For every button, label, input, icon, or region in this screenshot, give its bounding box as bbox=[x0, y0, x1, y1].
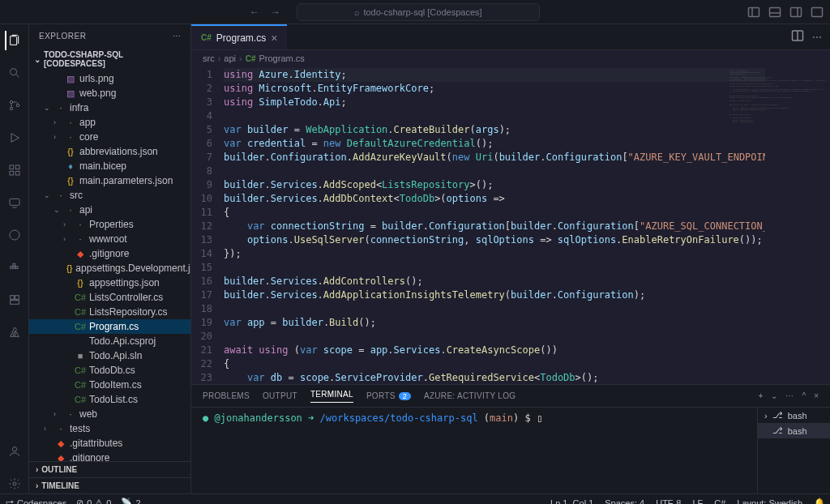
svg-rect-26 bbox=[10, 301, 19, 305]
file-item[interactable]: ■Todo.Api.sln bbox=[29, 348, 190, 363]
forward-arrow-icon[interactable]: → bbox=[271, 6, 280, 18]
file-item[interactable]: C#ListsRepository.cs bbox=[29, 305, 190, 319]
outline-section[interactable]: ›OUTLINE bbox=[29, 461, 190, 477]
folder-icon: · bbox=[55, 190, 66, 200]
notifications-icon[interactable]: 🔔 bbox=[814, 498, 825, 504]
close-panel-icon[interactable]: × bbox=[814, 391, 819, 400]
folder-item[interactable]: ⌄·api bbox=[29, 203, 190, 217]
activity-remote-icon[interactable] bbox=[5, 193, 24, 212]
file-item[interactable]: ▨web.png bbox=[29, 86, 190, 100]
more-actions-icon[interactable]: ⋯ bbox=[812, 32, 822, 43]
status-cursor[interactable]: Ln 1, Col 1 bbox=[550, 498, 593, 504]
warning-icon: ⚠ bbox=[95, 498, 103, 504]
svg-rect-16 bbox=[15, 171, 19, 175]
chevron-right-icon: › bbox=[764, 411, 768, 421]
activity-azure-icon[interactable] bbox=[5, 322, 24, 342]
activity-github-icon[interactable] bbox=[5, 225, 24, 245]
activity-search-icon[interactable] bbox=[5, 63, 24, 83]
file-item[interactable]: {}abbreviations.json bbox=[29, 144, 190, 159]
svg-rect-14 bbox=[15, 165, 19, 169]
maximize-panel-icon[interactable]: ^ bbox=[802, 391, 806, 400]
layout-primary-icon[interactable] bbox=[747, 6, 760, 19]
file-item[interactable]: C#ListsController.cs bbox=[29, 290, 190, 305]
layout-panel-icon[interactable] bbox=[768, 6, 781, 19]
tab-output[interactable]: OUTPUT bbox=[263, 391, 297, 400]
status-problems[interactable]: ⊘0 ⚠0 bbox=[76, 498, 111, 504]
terminal-more-icon[interactable]: ⋯ bbox=[785, 391, 794, 400]
json-icon: {} bbox=[65, 176, 76, 186]
breadcrumbs[interactable]: src› api› C# Program.cs bbox=[191, 50, 830, 66]
ports-badge: 2 bbox=[399, 392, 411, 400]
activity-docker-icon[interactable] bbox=[5, 258, 24, 277]
workspace-root[interactable]: ⌄ TODO-CSHARP-SQL [CODESPACES] bbox=[29, 47, 190, 71]
terminal-dropdown-icon[interactable]: ⌄ bbox=[771, 391, 777, 400]
file-item[interactable]: C#Program.cs bbox=[29, 319, 190, 334]
status-layout[interactable]: Layout: Swedish bbox=[737, 498, 802, 504]
file-item[interactable]: ◆.gitignore bbox=[29, 451, 190, 461]
code-editor[interactable]: 1234567891011121314151617181920212223242… bbox=[191, 66, 830, 384]
minimap[interactable]: using Azure.Identity; using Microsoft.En… bbox=[765, 66, 830, 384]
file-item[interactable]: C#TodoList.cs bbox=[29, 392, 190, 407]
folder-item[interactable]: ⌄·src bbox=[29, 188, 190, 203]
tab-azure-log[interactable]: AZURE: ACTIVITY LOG bbox=[424, 391, 516, 400]
file-item[interactable]: {}appsettings.Development.json bbox=[29, 261, 190, 275]
activity-settings-icon[interactable] bbox=[5, 474, 24, 493]
tab-terminal[interactable]: TERMINAL bbox=[310, 390, 353, 403]
folder-icon: · bbox=[55, 103, 66, 113]
timeline-section[interactable]: ›TIMELINE bbox=[29, 477, 190, 493]
status-encoding[interactable]: UTF-8 bbox=[656, 498, 681, 504]
file-item[interactable]: Todo.Api.csproj bbox=[29, 334, 190, 348]
tab-ports[interactable]: PORTS2 bbox=[366, 391, 411, 400]
activity-extensions-icon[interactable] bbox=[5, 160, 24, 180]
terminal-item[interactable]: ›⎇bash bbox=[758, 408, 830, 423]
folder-item[interactable]: ›·app bbox=[29, 115, 190, 130]
status-eol[interactable]: LF bbox=[692, 498, 703, 504]
cs-icon: C# bbox=[75, 365, 86, 375]
folder-item[interactable]: ›·wwwroot bbox=[29, 232, 190, 246]
more-icon[interactable]: ⋯ bbox=[173, 32, 182, 41]
file-item[interactable]: C#TodoItem.cs bbox=[29, 378, 190, 392]
activity-account-icon[interactable] bbox=[5, 442, 24, 461]
explorer-label: EXPLORER bbox=[39, 32, 86, 41]
activity-source-control-icon[interactable] bbox=[5, 96, 24, 115]
layout-customize-icon[interactable] bbox=[811, 6, 824, 19]
activity-explorer-icon[interactable] bbox=[5, 31, 24, 50]
file-item[interactable]: ◆.gitattributes bbox=[29, 436, 190, 451]
back-arrow-icon[interactable]: ← bbox=[250, 6, 259, 18]
folder-item[interactable]: ›·core bbox=[29, 130, 190, 144]
folder-item[interactable]: ›·tests bbox=[29, 421, 190, 436]
folder-item[interactable]: ⌄·infra bbox=[29, 100, 190, 115]
remote-indicator[interactable]: ⮂Codespaces bbox=[5, 498, 66, 505]
close-icon[interactable]: × bbox=[271, 32, 277, 45]
layout-secondary-icon[interactable] bbox=[789, 6, 802, 19]
folder-icon: · bbox=[65, 132, 76, 142]
terminal[interactable]: ● @jonahandersson ➜ /workspaces/todo-csh… bbox=[191, 408, 757, 493]
git-icon: ◆ bbox=[55, 453, 66, 462]
new-terminal-icon[interactable]: + bbox=[759, 391, 764, 400]
svg-point-28 bbox=[13, 482, 16, 485]
activity-codespaces-icon[interactable] bbox=[5, 290, 24, 310]
file-item[interactable]: {}appsettings.json bbox=[29, 275, 190, 290]
status-language[interactable]: C# bbox=[714, 498, 725, 504]
file-item[interactable]: C#TodoDb.cs bbox=[29, 363, 190, 378]
tab-label: Program.cs bbox=[216, 32, 266, 44]
json-icon: {} bbox=[75, 278, 86, 288]
folder-item[interactable]: ›·web bbox=[29, 407, 190, 421]
split-editor-icon[interactable] bbox=[791, 29, 804, 45]
code-content[interactable]: using Azure.Identity;using Microsoft.Ent… bbox=[224, 66, 765, 384]
file-item[interactable]: {}main.parameters.json bbox=[29, 173, 190, 188]
svg-point-7 bbox=[10, 69, 16, 75]
status-spaces[interactable]: Spaces: 4 bbox=[605, 498, 644, 504]
file-item[interactable]: ◆.gitignore bbox=[29, 246, 190, 261]
file-item[interactable]: ♦main.bicep bbox=[29, 159, 190, 173]
tab-problems[interactable]: PROBLEMS bbox=[203, 391, 250, 400]
folder-item[interactable]: ›·Properties bbox=[29, 217, 190, 232]
error-icon: ⊘ bbox=[76, 498, 83, 504]
status-ports[interactable]: 📡2 bbox=[121, 498, 140, 504]
terminal-item[interactable]: ›⎇bash bbox=[758, 423, 830, 438]
command-center[interactable]: ⌕ todo-csharp-sql [Codespaces] bbox=[297, 3, 540, 21]
file-item[interactable]: ▨urls.png bbox=[29, 71, 190, 86]
activity-debug-icon[interactable] bbox=[5, 128, 24, 147]
tab-program-cs[interactable]: C# Program.cs × bbox=[191, 24, 287, 49]
svg-rect-6 bbox=[812, 7, 823, 16]
